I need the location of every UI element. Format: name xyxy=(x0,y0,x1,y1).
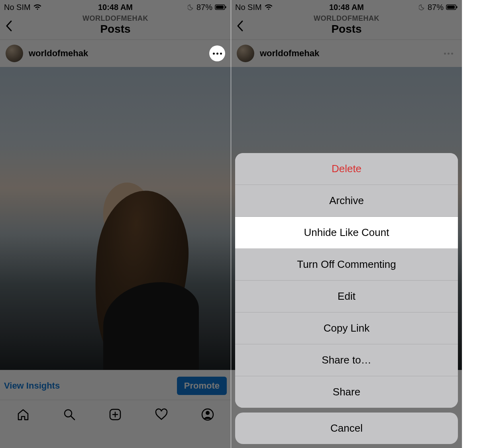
search-icon[interactable] xyxy=(62,407,77,422)
status-bar: No SIM 10:48 AM 87% xyxy=(0,0,231,13)
person-silhouette xyxy=(71,147,207,370)
svg-point-9 xyxy=(206,411,210,415)
header-title: Posts xyxy=(231,23,462,35)
svg-line-4 xyxy=(71,416,75,420)
carrier-label: No SIM xyxy=(4,3,31,12)
action-edit[interactable]: Edit xyxy=(235,281,458,312)
phone-screen-right: No SIM 10:48 AM 87% WORLDOFMEHAK Posts w… xyxy=(231,0,462,448)
ellipsis-icon xyxy=(444,53,453,55)
activity-heart-icon[interactable] xyxy=(154,407,169,422)
battery-percent-label: 87% xyxy=(428,3,444,12)
action-sheet: Delete Archive Unhide Like Count Turn Of… xyxy=(235,153,458,444)
clock-label: 10:48 AM xyxy=(98,3,133,12)
header-subtitle: WORLDOFMEHAK xyxy=(0,14,231,23)
action-archive[interactable]: Archive xyxy=(235,185,458,217)
svg-rect-1 xyxy=(216,6,224,9)
action-copy-link[interactable]: Copy Link xyxy=(235,312,458,344)
action-share-to[interactable]: Share to… xyxy=(235,344,458,376)
phone-screen-left: No SIM 10:48 AM 87% WORLDOFMEHAK Posts w… xyxy=(0,0,231,448)
status-bar: No SIM 10:48 AM 87% xyxy=(231,0,462,13)
more-options-button[interactable] xyxy=(209,45,225,61)
action-sheet-list: Delete Archive Unhide Like Count Turn Of… xyxy=(235,153,458,408)
page-header: WORLDOFMEHAK Posts xyxy=(231,13,462,40)
post-image[interactable] xyxy=(0,67,231,370)
battery-percent-label: 87% xyxy=(196,3,212,12)
tab-bar xyxy=(0,400,231,430)
svg-rect-11 xyxy=(447,6,455,9)
ellipsis-icon xyxy=(213,53,222,55)
wifi-icon xyxy=(33,4,42,10)
post-username[interactable]: worldofmehak xyxy=(260,48,319,59)
clock-label: 10:48 AM xyxy=(329,3,364,12)
header-title: Posts xyxy=(0,23,231,35)
header-subtitle: WORLDOFMEHAK xyxy=(231,14,462,23)
new-post-icon[interactable] xyxy=(108,407,122,422)
promote-button[interactable]: Promote xyxy=(177,377,227,395)
more-options-button[interactable] xyxy=(440,45,456,61)
insights-bar: View Insights Promote xyxy=(0,370,231,400)
action-share[interactable]: Share xyxy=(235,376,458,408)
avatar[interactable] xyxy=(237,45,254,62)
back-button[interactable] xyxy=(236,20,245,33)
home-icon[interactable] xyxy=(16,407,30,422)
do-not-disturb-icon xyxy=(419,4,425,10)
action-delete[interactable]: Delete xyxy=(235,153,458,185)
carrier-label: No SIM xyxy=(235,3,262,12)
svg-rect-12 xyxy=(456,6,458,8)
profile-icon[interactable] xyxy=(200,407,215,422)
do-not-disturb-icon xyxy=(188,4,194,10)
action-cancel[interactable]: Cancel xyxy=(235,413,458,444)
post-header: worldofmehak xyxy=(231,40,462,67)
view-insights-link[interactable]: View Insights xyxy=(4,381,60,391)
avatar[interactable] xyxy=(6,45,23,62)
action-unhide-like-count[interactable]: Unhide Like Count xyxy=(235,217,458,249)
battery-icon xyxy=(215,4,227,10)
back-button[interactable] xyxy=(5,20,14,33)
wifi-icon xyxy=(264,4,273,10)
action-turn-off-commenting[interactable]: Turn Off Commenting xyxy=(235,249,458,281)
post-header: worldofmehak xyxy=(0,40,231,67)
page-header: WORLDOFMEHAK Posts xyxy=(0,13,231,40)
battery-icon xyxy=(446,4,458,10)
post-username[interactable]: worldofmehak xyxy=(29,48,88,59)
svg-rect-2 xyxy=(225,6,226,8)
